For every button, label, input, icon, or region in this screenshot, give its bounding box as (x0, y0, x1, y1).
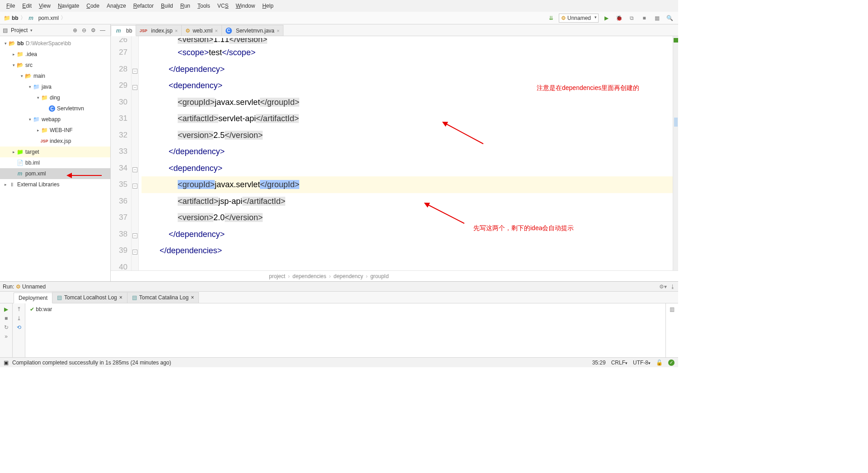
code-line-28[interactable]: </dependency> (142, 61, 673, 78)
tab-web-xml[interactable]: ⚙web.xml× (181, 25, 222, 36)
gear-icon[interactable]: ⚙ (91, 27, 97, 33)
code-line-27[interactable]: <scope>test</scope> (142, 44, 673, 61)
more-icon[interactable]: » (5, 333, 8, 340)
refresh-icon[interactable]: ⟲ (17, 324, 21, 331)
debug-button[interactable]: 🐞 (614, 13, 624, 23)
line-separator[interactable]: CRLF▾ (611, 359, 627, 366)
structure-button[interactable]: ▦ (652, 13, 662, 23)
project-tree[interactable]: ▾bb D:\WokerSpace\bb▸.idea▾src▾main▾java… (0, 36, 110, 281)
editor-breadcrumb: project›dependencies›dependency›groupId (111, 270, 678, 281)
rerun-icon[interactable]: ↻ (4, 324, 9, 331)
breadcrumb-groupId[interactable]: groupId (370, 273, 389, 279)
code-line-39[interactable]: </dependencies> (142, 242, 673, 259)
fold-toggle[interactable]: − (132, 250, 137, 255)
tab-index-jsp[interactable]: JSPindex.jsp× (136, 25, 182, 36)
gear-icon[interactable]: ⚙▾ (659, 284, 667, 290)
status-toggle-icon[interactable]: ▣ (4, 359, 9, 366)
code-line-32[interactable]: <version>2.5</version> (142, 127, 673, 144)
run-label: Run: (3, 284, 14, 290)
fold-toggle[interactable]: − (132, 167, 137, 172)
run-config-name: Unnamed (22, 284, 46, 290)
menu-help[interactable]: Help (259, 1, 276, 11)
run-tab-tomcat-localhost-log[interactable]: ▤Tomcat Localhost Log× (52, 292, 127, 303)
menu-code[interactable]: Code (84, 1, 102, 11)
hide-icon[interactable]: — (100, 27, 106, 33)
encoding[interactable]: UTF-8▾ (633, 359, 651, 366)
caret-position[interactable]: 35:29 (592, 359, 606, 366)
fold-toggle[interactable]: − (132, 69, 137, 74)
ok-icon: ✔ (30, 306, 34, 312)
tree-item-servletmvn[interactable]: CServletmvn (0, 103, 110, 114)
run-tab-tomcat-catalina-log[interactable]: ▤Tomcat Catalina Log× (127, 292, 199, 303)
code-line-30[interactable]: <groupId>javax.servlet</groupId> (142, 94, 673, 111)
menu-run[interactable]: Run (178, 1, 193, 11)
menu-file[interactable]: File (4, 1, 18, 11)
code-line-35[interactable]: <groupId>javax.servlet</groupId> (142, 176, 673, 193)
scroll-icon[interactable]: ⊖ (82, 27, 88, 33)
collapse-icon[interactable]: ⊕ (73, 27, 79, 33)
fold-toggle[interactable]: − (132, 85, 137, 90)
breadcrumb-dependencies[interactable]: dependencies (292, 273, 326, 279)
run-config-selector[interactable]: ⚙ Unnamed (559, 14, 599, 23)
code-lines[interactable]: <version>1.11</version> <scope>test</sco… (139, 36, 673, 270)
code-line-33[interactable]: </dependency> (142, 143, 673, 160)
close-icon[interactable]: × (277, 28, 279, 33)
code-line-31[interactable]: <artifactId>servlet-api</artifactId> (142, 110, 673, 127)
sync-icon[interactable]: ⇊ (546, 13, 556, 23)
tab-bb[interactable]: mbb (111, 25, 136, 36)
code-area[interactable]: 262728293031323334353637383940 −−−−−− <v… (111, 36, 678, 270)
close-icon[interactable]: × (175, 28, 178, 33)
close-icon[interactable]: × (191, 294, 194, 301)
tree-item-ding[interactable]: ▾ding (0, 92, 110, 103)
close-icon[interactable]: × (215, 28, 217, 33)
code-line-38[interactable]: </dependency> (142, 226, 673, 243)
breadcrumb-project[interactable]: project (269, 273, 285, 279)
download-icon[interactable]: ⭳ (670, 284, 675, 290)
menu-build[interactable]: Build (158, 1, 176, 11)
tree-item-external-libraries[interactable]: ▸⫴External Libraries (0, 179, 110, 190)
stop-icon[interactable]: ■ (5, 315, 8, 322)
stop-button[interactable]: ■ (639, 13, 649, 23)
menu-tools[interactable]: Tools (195, 1, 213, 11)
tree-item-webapp[interactable]: ▾webapp (0, 114, 110, 125)
tree-item-java[interactable]: ▾java (0, 81, 110, 92)
menu-analyze[interactable]: Analyze (104, 1, 129, 11)
menu-edit[interactable]: Edit (19, 1, 34, 11)
lock-icon[interactable]: 🔓 (656, 359, 663, 366)
fold-toggle[interactable]: − (132, 184, 137, 189)
up-icon[interactable]: ⤒ (17, 306, 21, 312)
fold-toggle[interactable]: − (132, 233, 137, 238)
breadcrumb-dependency[interactable]: dependency (334, 273, 363, 279)
crumb-root[interactable]: bb (12, 15, 19, 21)
menu-vcs[interactable]: VCS (215, 1, 231, 11)
tab-servletmvn-java[interactable]: CServletmvn.java× (222, 25, 284, 36)
menu-refactor[interactable]: Refactor (131, 1, 156, 11)
coverage-button[interactable]: ⧉ (627, 13, 637, 23)
run-button[interactable]: ▶ (601, 13, 611, 23)
layout-icon[interactable]: ▥ (670, 306, 675, 312)
tree-item-bb-iml[interactable]: 📄bb.iml (0, 157, 110, 168)
tree-item-pom-xml[interactable]: mpom.xml (0, 168, 110, 179)
tree-item-main[interactable]: ▾main (0, 71, 110, 81)
close-icon[interactable]: × (119, 294, 123, 301)
run-icon[interactable]: ▶ (4, 306, 8, 312)
tree-item-bb[interactable]: ▾bb D:\WokerSpace\bb (0, 38, 110, 49)
code-line-37[interactable]: <version>2.0</version> (142, 209, 673, 226)
menu-window[interactable]: Window (233, 1, 258, 11)
tree-item-web-inf[interactable]: ▸WEB-INF (0, 125, 110, 136)
code-line-36[interactable]: <artifactId>jsp-api</artifactId> (142, 193, 673, 210)
tree-item-target[interactable]: ▸target (0, 147, 110, 157)
marker-bar[interactable] (673, 36, 678, 270)
run-output[interactable]: ✔ bb:war (25, 303, 665, 357)
tree-item-index-jsp[interactable]: JSPindex.jsp (0, 136, 110, 147)
tree-item--idea[interactable]: ▸.idea (0, 49, 110, 60)
tree-item-src[interactable]: ▾src (0, 60, 110, 71)
down-icon[interactable]: ⤓ (17, 315, 21, 322)
menu-view[interactable]: View (36, 1, 53, 11)
code-line-26[interactable]: <version>1.11</version> (142, 38, 673, 44)
search-button[interactable]: 🔍 (665, 13, 675, 23)
code-line-34[interactable]: <dependency> (142, 160, 673, 177)
menu-navigate[interactable]: Navigate (55, 1, 82, 11)
crumb-file[interactable]: pom.xml (38, 15, 59, 21)
run-tab-deployment[interactable]: Deployment (14, 293, 52, 303)
